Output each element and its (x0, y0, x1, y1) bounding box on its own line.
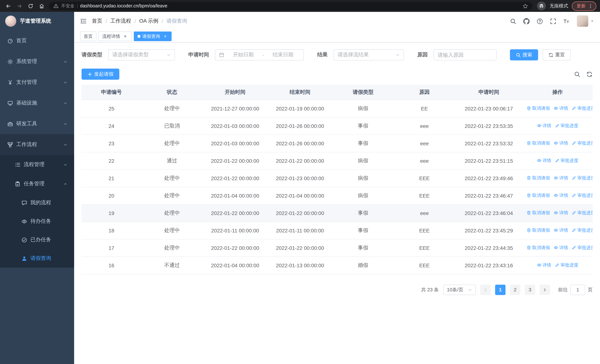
apply-time-range-picker[interactable]: 开始日期 - 结束日期 (215, 49, 304, 60)
detail-link[interactable]: 详情 (554, 192, 568, 199)
detail-link[interactable]: 详情 (554, 140, 568, 146)
cell-reason: eee (394, 204, 455, 222)
github-icon[interactable] (523, 18, 530, 24)
cell-leave-type: 病假 (332, 152, 394, 169)
breadcrumb-item[interactable]: 工作流程 (111, 18, 131, 24)
cell-apply-time: 2022-01-23 00:06:17 (455, 100, 523, 117)
cell-end-time: 2022-01-13 00:00:00 (268, 257, 332, 274)
sidebar-item-todo-task[interactable]: 待办任务 (0, 212, 74, 231)
cancel-leave-link[interactable]: 取消请假 (527, 192, 550, 199)
security-warning-icon[interactable] (53, 3, 58, 9)
help-icon[interactable] (537, 18, 543, 24)
page-size-select[interactable]: 10条/页 (443, 284, 476, 295)
action-label: 审批进度 (577, 140, 593, 146)
table-row: 19处理中2022-01-22 00:00:002022-01-22 00:00… (82, 204, 593, 222)
top-navbar: 首页/工作流程/OA 示例/请假查询 (74, 12, 600, 30)
action-label: 详情 (559, 140, 568, 146)
update-button-label: 更新 (577, 3, 586, 9)
detail-link[interactable]: 详情 (537, 123, 551, 129)
approval-progress-link[interactable]: 审批进度 (555, 158, 578, 164)
detail-link[interactable]: 详情 (554, 175, 568, 181)
search-button[interactable]: 搜索 (510, 49, 538, 60)
next-page-button[interactable] (540, 284, 550, 295)
security-warning-label[interactable]: 不安全 (61, 3, 75, 9)
create-leave-button[interactable]: 发起请假 (82, 69, 119, 80)
cancel-leave-link[interactable]: 取消请假 (527, 227, 550, 233)
sidebar-item-home[interactable]: 首页 (0, 30, 74, 51)
detail-link[interactable]: 详情 (554, 210, 568, 216)
tab-home[interactable]: 首页 (80, 31, 96, 41)
detail-link[interactable]: 详情 (554, 245, 568, 251)
approval-progress-link[interactable]: 审批进度 (572, 175, 593, 181)
user-avatar-menu[interactable] (577, 15, 594, 27)
browser-menu-icon[interactable] (588, 3, 593, 8)
cancel-leave-link[interactable]: 取消请假 (527, 105, 550, 112)
browser-back-button[interactable] (4, 1, 13, 10)
browser-update-button[interactable]: 更新 (572, 1, 596, 10)
breadcrumb-item[interactable]: 首页 (92, 18, 102, 24)
approval-progress-link[interactable]: 审批进度 (572, 192, 593, 199)
reset-button[interactable]: 重置 (543, 49, 571, 60)
tab-process-detail[interactable]: 流程详情× (99, 31, 131, 41)
action-label: 审批进度 (577, 227, 593, 233)
tab-leave-query[interactable]: 请假查询× (134, 31, 172, 41)
close-tab-icon[interactable]: × (163, 34, 168, 39)
sidebar-item-infra[interactable]: 基础设施 (0, 93, 74, 113)
sidebar-item-payment[interactable]: 支付管理 (0, 72, 74, 93)
sidebar-item-done-task[interactable]: 已办任务 (0, 231, 74, 249)
cancel-leave-link[interactable]: 取消请假 (527, 175, 550, 181)
approval-progress-link[interactable]: 审批进度 (572, 245, 593, 251)
sidebar-item-process-mgmt[interactable]: 流程管理 (0, 155, 74, 174)
url-text[interactable]: dashboard.yudao.iocoder.cn/bpm/oa/leave (80, 3, 520, 9)
approval-progress-link[interactable]: 审批进度 (555, 262, 578, 268)
approval-progress-link[interactable]: 审批进度 (572, 210, 593, 216)
page-button-1[interactable]: 1 (495, 284, 506, 295)
browser-home-button[interactable] (37, 1, 46, 10)
cancel-leave-link[interactable]: 取消请假 (527, 245, 550, 251)
font-size-icon[interactable] (563, 18, 570, 24)
address-bar[interactable]: 不安全 dashboard.yudao.iocoder.cn/bpm/oa/le… (49, 2, 533, 10)
table-row: 25处理中2021-12-27 00:00:002022-01-19 00:00… (82, 100, 593, 117)
approval-progress-link[interactable]: 审批进度 (555, 123, 578, 129)
result-select[interactable]: 请选择流结果 (334, 49, 404, 60)
sidebar-item-label: 请假查询 (30, 255, 51, 262)
prev-page-button[interactable] (480, 284, 491, 295)
toggle-search-icon[interactable] (574, 71, 580, 77)
app-logo[interactable]: 芋道管理系统 (0, 12, 74, 30)
refresh-table-icon[interactable] (586, 71, 593, 77)
detail-link[interactable]: 详情 (554, 227, 568, 233)
fullscreen-icon[interactable] (550, 18, 556, 24)
browser-forward-button[interactable] (15, 1, 24, 10)
close-tab-icon[interactable]: × (123, 34, 128, 39)
bookmark-star-icon[interactable] (523, 3, 528, 9)
sidebar-item-devtools[interactable]: 研发工具 (0, 113, 74, 134)
approval-progress-link[interactable]: 审批进度 (572, 105, 593, 112)
detail-link[interactable]: 详情 (537, 262, 551, 268)
detail-link[interactable]: 详情 (537, 158, 551, 164)
goto-page-input[interactable] (570, 284, 585, 295)
detail-link[interactable]: 详情 (554, 105, 568, 112)
search-icon[interactable] (510, 18, 516, 24)
action-label: 取消请假 (532, 210, 550, 216)
sidebar-item-leave-query[interactable]: 请假查询 (0, 249, 74, 268)
reason-input[interactable] (434, 49, 497, 60)
chevron-up-icon (63, 142, 67, 147)
eye-icon (537, 159, 541, 163)
breadcrumb-item[interactable]: OA 示例 (139, 18, 159, 24)
page-button-3[interactable]: 3 (525, 284, 535, 295)
sidebar-item-system[interactable]: 系统管理 (0, 51, 74, 72)
browser-reload-button[interactable] (26, 1, 35, 10)
cell-apply-id: 25 (82, 100, 141, 117)
sidebar-item-label: 待办任务 (30, 218, 51, 225)
table-header-row: 申请编号状态开始时间结束时间请假类型原因申请时间操作 (82, 85, 593, 100)
leave-type-select[interactable]: 请选择请假类型 (108, 49, 175, 60)
cancel-leave-link[interactable]: 取消请假 (527, 140, 550, 146)
page-button-2[interactable]: 2 (510, 284, 520, 295)
sidebar-item-workflow[interactable]: 工作流程 (0, 134, 74, 155)
sidebar-item-task-mgmt[interactable]: 任务管理 (0, 174, 74, 194)
sidebar-item-my-process[interactable]: 我的流程 (0, 194, 74, 212)
sidebar-collapse-button[interactable] (80, 18, 87, 24)
approval-progress-link[interactable]: 审批进度 (572, 140, 593, 146)
approval-progress-link[interactable]: 审批进度 (572, 227, 593, 233)
cancel-leave-link[interactable]: 取消请假 (527, 210, 550, 216)
